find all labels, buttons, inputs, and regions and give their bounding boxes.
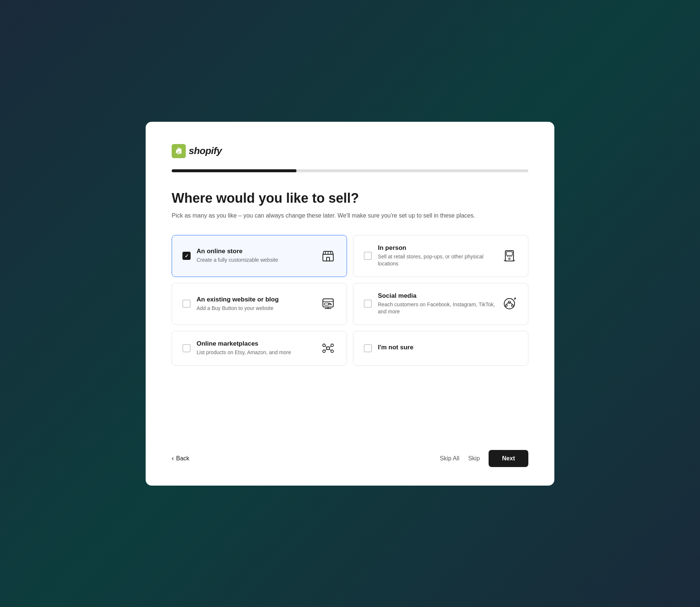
progress-bar-fill <box>172 169 296 172</box>
option-online-marketplaces[interactable]: Online marketplaces List products on Ets… <box>172 331 347 366</box>
logo-area: shopify <box>172 144 528 158</box>
svg-point-20 <box>506 305 508 307</box>
back-label: Back <box>176 455 189 462</box>
option-not-sure[interactable]: I'm not sure <box>353 331 528 366</box>
pos-icon <box>501 248 518 264</box>
option-title-existing-website: An existing website or blog <box>197 296 314 303</box>
option-title-in-person: In person <box>378 244 495 252</box>
buy-button-icon <box>320 296 336 312</box>
page-title: Where would you like to sell? <box>172 190 528 206</box>
options-grid: ✓ An online store Create a fully customi… <box>172 235 528 366</box>
svg-point-24 <box>323 344 325 347</box>
option-title-online-store: An online store <box>197 248 314 255</box>
option-desc-online-store: Create a fully customizable website <box>197 257 314 264</box>
svg-point-18 <box>504 298 515 309</box>
option-title-online-marketplaces: Online marketplaces <box>197 340 314 347</box>
check-mark: ✓ <box>185 254 189 258</box>
option-title-social-media: Social media <box>378 292 495 300</box>
option-desc-social-media: Reach customers on Facebook, Instagram, … <box>378 301 495 316</box>
footer: ‹ Back Skip All Skip Next <box>172 443 528 467</box>
svg-rect-8 <box>506 252 512 255</box>
page-subtitle: Pick as many as you like – you can alway… <box>172 211 528 220</box>
svg-rect-15 <box>324 303 329 305</box>
svg-point-26 <box>323 350 325 353</box>
svg-line-29 <box>329 346 331 347</box>
option-social-media[interactable]: Social media Reach customers on Facebook… <box>353 283 528 325</box>
modal-container: shopify Where would you like to sell? Pi… <box>146 122 554 486</box>
marketplace-icon <box>320 340 336 356</box>
svg-point-25 <box>331 344 334 347</box>
svg-point-9 <box>509 258 510 260</box>
svg-line-6 <box>330 251 331 254</box>
back-button[interactable]: ‹ Back <box>172 454 189 462</box>
shopify-logo: shopify <box>172 144 222 158</box>
svg-line-4 <box>325 251 326 254</box>
footer-right: Skip All Skip Next <box>440 450 528 467</box>
skip-button[interactable]: Skip <box>468 455 480 462</box>
checkbox-online-store[interactable]: ✓ <box>182 252 191 260</box>
progress-bar <box>172 169 528 172</box>
svg-line-30 <box>325 349 327 350</box>
back-chevron-icon: ‹ <box>172 454 174 462</box>
checkbox-in-person[interactable] <box>364 252 372 260</box>
svg-line-31 <box>329 349 331 350</box>
checkbox-existing-website[interactable] <box>182 300 191 308</box>
option-desc-existing-website: Add a Buy Button to your website <box>197 305 314 312</box>
option-existing-website[interactable]: An existing website or blog Add a Buy Bu… <box>172 283 347 325</box>
checkbox-online-marketplaces[interactable] <box>182 344 191 352</box>
store-icon <box>320 248 336 264</box>
option-title-not-sure: I'm not sure <box>378 344 518 351</box>
social-icon <box>501 296 518 312</box>
option-in-person[interactable]: In person Sell at retail stores, pop-ups… <box>353 235 528 277</box>
checkbox-not-sure[interactable] <box>364 344 372 352</box>
checkbox-social-media[interactable] <box>364 300 372 308</box>
option-online-store[interactable]: ✓ An online store Create a fully customi… <box>172 235 347 277</box>
skip-all-button[interactable]: Skip All <box>440 455 459 462</box>
next-button[interactable]: Next <box>489 450 528 467</box>
svg-point-22 <box>514 298 516 299</box>
option-desc-online-marketplaces: List products on Etsy, Amazon, and more <box>197 349 314 356</box>
shopify-wordmark: shopify <box>189 145 222 157</box>
svg-point-21 <box>512 305 513 307</box>
svg-point-19 <box>508 301 511 303</box>
svg-line-28 <box>325 346 327 347</box>
svg-point-27 <box>331 350 334 353</box>
option-desc-in-person: Sell at retail stores, pop-ups, or other… <box>378 253 495 268</box>
svg-rect-2 <box>327 257 330 261</box>
shopify-bag-icon <box>172 144 186 158</box>
